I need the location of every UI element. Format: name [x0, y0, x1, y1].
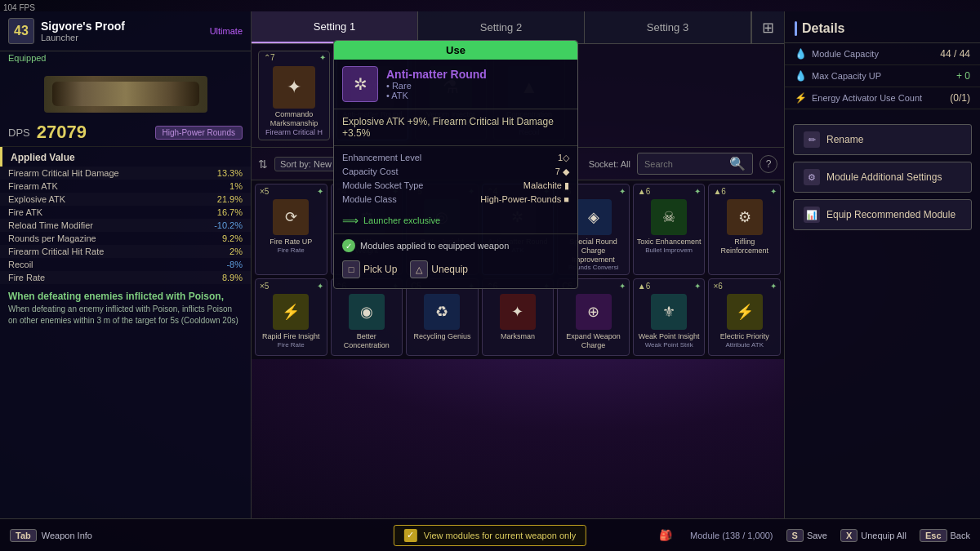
view-modules-label: View modules for current weapon only	[424, 531, 576, 540]
dps-row: DPS 27079 High-Power Rounds	[0, 118, 251, 147]
poison-title: When defeating enemies inflicted with Po…	[8, 291, 243, 302]
sort-button[interactable]: Sort by: New	[274, 157, 337, 171]
energy-value: (0/1)	[950, 92, 970, 104]
socket-filter[interactable]: Socket: All	[589, 159, 630, 169]
unequip-all-label: Unequip All	[861, 531, 906, 540]
weapon-name: Sigvore's Proof	[41, 20, 125, 33]
module-slot-0[interactable]: ⌃7 ✦ ✦ Commando Marksmanship Firearm Cri…	[258, 51, 330, 140]
tooltip-pickup-action[interactable]: □ Pick Up	[342, 260, 397, 278]
grid-module-weak-point[interactable]: ▲6 ✦ ⚜ Weak Point Insight Weak Point Str…	[633, 278, 706, 356]
slot-name-0: Commando Marksmanship	[259, 109, 329, 128]
rename-button[interactable]: ✏ Rename	[793, 124, 972, 155]
weapon-level: 43	[8, 18, 34, 44]
max-cap-label: Max Capacity UP	[812, 71, 881, 81]
applied-dot: ✓	[342, 239, 355, 252]
details-title: Details	[785, 11, 980, 43]
left-panel: 43 Sigvore's Proof Launcher Ultimate Equ…	[0, 11, 252, 518]
search-icon: 🔍	[729, 156, 746, 171]
detail-energy: ⚡ Energy Activator Use Count (0/1)	[785, 87, 980, 109]
slot-equip-0: ✦	[319, 53, 326, 62]
back-key: Esc	[920, 529, 947, 542]
settings-tabs: Setting 1 Setting 2 Setting 3 ⊞	[252, 11, 784, 44]
weapon-header: 43 Sigvore's Proof Launcher Ultimate	[0, 11, 251, 51]
tooltip-stat-capacity: Capacity Cost 7 ◆	[342, 165, 569, 179]
grid-module-electric-priority[interactable]: ×6 ✦ ⚡ Electric Priority Attribute ATK	[708, 278, 781, 356]
unequip-all-action[interactable]: X Unequip All	[840, 529, 906, 542]
module-count: Module (138 / 1,000)	[690, 531, 773, 540]
weapon-info-label: Weapon Info	[42, 531, 92, 540]
tab-setting3[interactable]: Setting 3	[585, 11, 751, 43]
energy-icon: ⚡	[795, 92, 807, 104]
rename-label: Rename	[826, 134, 863, 145]
equip-recommended-button[interactable]: 📊 Equip Recommended Module	[793, 199, 972, 230]
help-button[interactable]: ?	[760, 155, 777, 173]
tab-hint: Tab Weapon Info	[10, 529, 92, 542]
tooltip-use-bar: Use	[334, 41, 577, 60]
stat-row: Fire Rate8.9%	[0, 271, 251, 284]
equipped-badge: Equipped	[0, 51, 251, 69]
tooltip-rarity: • Rare	[386, 81, 487, 91]
module-settings-button[interactable]: ⚙ Module Additional Settings	[793, 162, 972, 193]
slot-level-0: ⌃7	[264, 53, 275, 62]
stat-row: Reload Time Modifier-10.2%	[0, 219, 251, 232]
tooltip-stat-enhancement: Enhancement Level 1◇	[342, 151, 569, 165]
tooltip-stat-class: Module Class High-Power-Rounds ■	[342, 193, 569, 206]
max-cap-value: + 0	[956, 70, 970, 82]
pickup-key: □	[342, 260, 360, 278]
unequip-key: △	[410, 260, 428, 278]
stat-row: Recoil-8%	[0, 258, 251, 271]
dps-value: 27079	[37, 122, 87, 143]
search-input[interactable]	[644, 159, 726, 169]
tooltip-class: • ATK	[386, 91, 487, 100]
unequip-label: Unequip	[431, 264, 468, 275]
applied-value-title: Applied Value	[0, 147, 251, 167]
module-tooltip: Use ✲ Anti-matter Round • Rare • ATK Exp…	[333, 40, 578, 289]
tab-setting1[interactable]: Setting 1	[252, 11, 418, 43]
tab-setting2[interactable]: Setting 2	[418, 11, 585, 43]
stat-row: Rounds per Magazine9.2%	[0, 232, 251, 245]
tooltip-stats: Enhancement Level 1◇ Capacity Cost 7 ◆ M…	[334, 146, 577, 211]
grid-module-recycling[interactable]: C5 ✦ ♻ Recycling Genius	[406, 278, 479, 356]
detail-module-capacity: 💧 Module Capacity 44 / 44	[785, 43, 980, 65]
stats-list: Firearm Critical Hit Damage13.3% Firearm…	[0, 167, 251, 284]
view-modules-checkbox[interactable]: ✓ View modules for current weapon only	[394, 525, 586, 546]
back-label: Back	[951, 531, 970, 540]
stat-row: Fire ATK16.7%	[0, 206, 251, 219]
stat-row: Explosive ATK21.9%	[0, 193, 251, 206]
tooltip-desc: Explosive ATK +9%, Firearm Critical Hit …	[334, 109, 577, 146]
energy-label: Energy Activator Use Count	[812, 93, 922, 103]
save-action[interactable]: S Save	[786, 529, 827, 542]
weapon-image-area	[0, 69, 251, 118]
rename-icon: ✏	[804, 131, 820, 148]
unequip-key: X	[840, 529, 858, 542]
equip-rec-label: Equip Recommended Module	[826, 209, 956, 220]
socket-filter-label: Socket: All	[589, 159, 630, 169]
content-wrapper: Setting 1 Setting 2 Setting 3 ⊞ ⌃7 ✦ ✦ C…	[252, 11, 784, 518]
tooltip-applied-msg: ✓ Modules applied to equipped weapon	[334, 234, 577, 257]
back-action[interactable]: Esc Back	[920, 529, 970, 542]
grid-layout-icon[interactable]: ⊞	[751, 11, 784, 43]
search-box[interactable]: 🔍	[637, 153, 753, 175]
weapon-type: Launcher	[41, 33, 125, 42]
equip-rec-icon: 📊	[804, 207, 820, 223]
grid-module-toxic[interactable]: ▲6 ✦ ☠ Toxic Enhancement Bullet Improvem	[633, 184, 706, 275]
sort-icon: ⇅	[258, 158, 268, 171]
grid-module-expand-weapon-charge[interactable]: C5 ✦ ⊕ Expand Weapon Charge	[557, 278, 630, 356]
capacity-icon: 💧	[795, 48, 807, 60]
tab-key: Tab	[10, 529, 37, 542]
grid-module-marksman[interactable]: ⌃6 ✦ ✦ Marksman	[482, 278, 555, 356]
grid-module-better-concentration[interactable]: ⌃6 ✦ ◉ Better Concentration	[331, 278, 403, 356]
tooltip-actions: □ Pick Up △ Unequip	[334, 257, 577, 282]
grid-module-rapid-fire[interactable]: ×5 ✦ ⚡ Rapid Fire Insight Fire Rate	[255, 278, 327, 356]
checkbox-icon: ✓	[404, 529, 417, 542]
save-label: Save	[807, 531, 827, 540]
grid-module-fire-rate-up[interactable]: ×5 ✦ ⟳ Fire Rate UP Fire Rate	[255, 184, 327, 275]
tooltip-stat-socket: Module Socket Type Malachite ▮	[342, 179, 569, 193]
weapon-rarity: Ultimate	[210, 26, 243, 36]
capacity-label: Module Capacity	[812, 49, 879, 59]
stat-row: Firearm ATK1%	[0, 180, 251, 193]
tooltip-unequip-action[interactable]: △ Unequip	[410, 260, 468, 278]
detail-max-capacity: 💧 Max Capacity UP + 0	[785, 65, 980, 87]
grid-module-rifling[interactable]: ▲6 ✦ ⚙ Rifling Reinforcement	[708, 184, 781, 275]
stat-row: Firearm Critical Hit Damage13.3%	[0, 167, 251, 180]
